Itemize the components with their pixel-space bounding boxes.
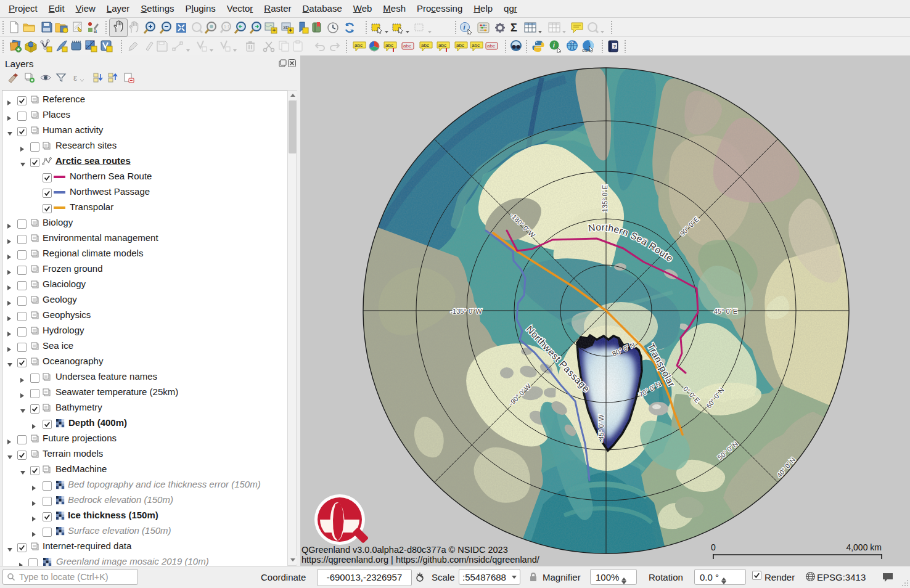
- svg-text:LIVE: LIVE: [566, 40, 574, 44]
- svg-text:Σ: Σ: [510, 22, 517, 34]
- svg-text:1:1: 1:1: [224, 25, 230, 29]
- svg-text:-45° 0' W: -45° 0' W: [597, 414, 605, 443]
- svg-text:4,000 km: 4,000 km: [846, 542, 882, 552]
- svg-text:abc: abc: [472, 43, 480, 48]
- svg-text:a: a: [94, 28, 97, 33]
- svg-text:abc: abc: [487, 43, 495, 49]
- svg-text:-135° 0' W: -135° 0' W: [450, 308, 482, 315]
- svg-text:https://qgreenland.org | https: https://qgreenland.org | https://github.…: [301, 555, 540, 565]
- svg-text:abc: abc: [403, 43, 411, 49]
- svg-text:abc: abc: [456, 43, 464, 48]
- svg-text:abc: abc: [355, 43, 363, 48]
- svg-text:QGreenland v3.0.0alpha2-d80c37: QGreenland v3.0.0alpha2-d80c377a © NSIDC…: [301, 545, 508, 555]
- svg-text:abc: abc: [438, 43, 446, 48]
- svg-text:abc: abc: [421, 43, 429, 48]
- svg-text:abc: abc: [385, 43, 393, 48]
- svg-text:135° 0' E: 135° 0' E: [601, 185, 609, 212]
- svg-text:OSM: OSM: [582, 49, 591, 52]
- svg-text:45° 0' E: 45° 0' E: [714, 308, 737, 315]
- svg-text:0: 0: [711, 542, 716, 552]
- svg-text:ε: ε: [73, 73, 77, 83]
- svg-text:?: ?: [613, 44, 617, 49]
- svg-text:i: i: [553, 42, 555, 49]
